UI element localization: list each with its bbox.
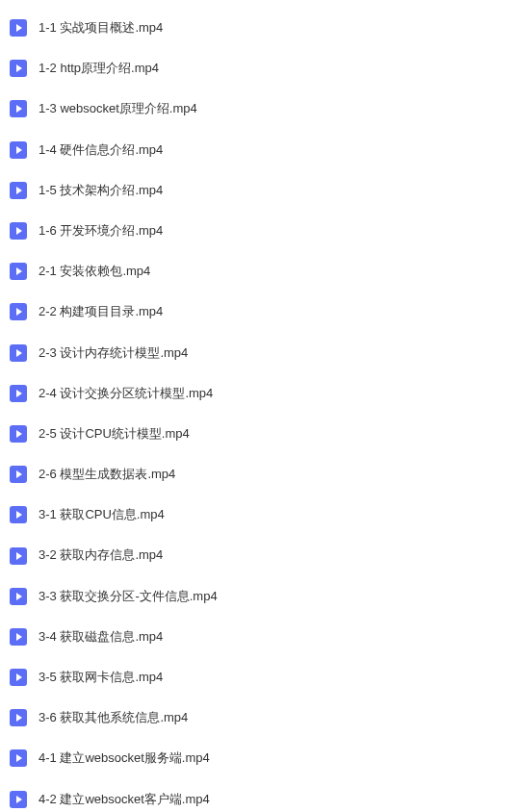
video-play-icon (10, 425, 27, 443)
video-play-icon (10, 749, 27, 767)
file-item[interactable]: 1-1 实战项目概述.mp4 (0, 8, 518, 48)
file-name-label: 3-3 获取交换分区-文件信息.mp4 (39, 588, 218, 605)
video-play-icon (10, 506, 27, 523)
file-name-label: 1-6 开发环境介绍.mp4 (39, 222, 163, 240)
file-name-label: 2-6 模型生成数据表.mp4 (39, 466, 175, 483)
file-name-label: 1-1 实战项目概述.mp4 (39, 19, 163, 37)
file-item[interactable]: 3-2 获取内存信息.mp4 (0, 535, 518, 575)
file-name-label: 1-2 http原理介绍.mp4 (39, 60, 159, 77)
video-play-icon (10, 222, 27, 240)
file-item[interactable]: 1-5 技术架构介绍.mp4 (0, 170, 518, 211)
file-name-label: 2-5 设计CPU统计模型.mp4 (39, 425, 190, 443)
file-item[interactable]: 2-2 构建项目目录.mp4 (0, 292, 518, 332)
file-name-label: 3-1 获取CPU信息.mp4 (39, 506, 165, 523)
file-name-label: 1-5 技术架构介绍.mp4 (39, 182, 163, 199)
file-name-label: 3-6 获取其他系统信息.mp4 (39, 709, 188, 726)
video-play-icon (10, 182, 27, 199)
video-play-icon (10, 709, 27, 726)
video-play-icon (10, 60, 27, 77)
file-item[interactable]: 3-5 获取网卡信息.mp4 (0, 657, 518, 698)
file-name-label: 2-4 设计交换分区统计模型.mp4 (39, 385, 213, 402)
file-name-label: 2-1 安装依赖包.mp4 (39, 263, 150, 280)
file-item[interactable]: 4-2 建立websocket客户端.mp4 (0, 779, 518, 812)
file-list: 1-1 实战项目概述.mp41-2 http原理介绍.mp41-3 websoc… (0, 8, 518, 812)
file-name-label: 1-4 硬件信息介绍.mp4 (39, 141, 163, 159)
file-item[interactable]: 1-6 开发环境介绍.mp4 (0, 211, 518, 251)
video-play-icon (10, 263, 27, 280)
file-item[interactable]: 3-1 获取CPU信息.mp4 (0, 495, 518, 535)
video-play-icon (10, 466, 27, 483)
video-play-icon (10, 628, 27, 646)
file-name-label: 1-3 websocket原理介绍.mp4 (39, 100, 197, 117)
file-item[interactable]: 1-4 硬件信息介绍.mp4 (0, 130, 518, 170)
file-name-label: 3-5 获取网卡信息.mp4 (39, 669, 163, 686)
video-play-icon (10, 141, 27, 159)
file-item[interactable]: 2-1 安装依赖包.mp4 (0, 251, 518, 292)
video-play-icon (10, 100, 27, 117)
file-item[interactable]: 2-5 设计CPU统计模型.mp4 (0, 414, 518, 454)
file-item[interactable]: 3-4 获取磁盘信息.mp4 (0, 617, 518, 657)
video-play-icon (10, 385, 27, 402)
video-play-icon (10, 303, 27, 320)
file-name-label: 4-1 建立websocket服务端.mp4 (39, 749, 210, 767)
file-name-label: 3-2 获取内存信息.mp4 (39, 546, 163, 564)
video-play-icon (10, 547, 27, 565)
video-play-icon (10, 19, 27, 37)
video-play-icon (10, 791, 27, 808)
file-item[interactable]: 3-6 获取其他系统信息.mp4 (0, 698, 518, 738)
file-name-label: 3-4 获取磁盘信息.mp4 (39, 628, 163, 646)
file-item[interactable]: 3-3 获取交换分区-文件信息.mp4 (0, 576, 518, 617)
file-item[interactable]: 2-6 模型生成数据表.mp4 (0, 454, 518, 495)
video-play-icon (10, 344, 27, 362)
file-item[interactable]: 2-4 设计交换分区统计模型.mp4 (0, 373, 518, 414)
file-item[interactable]: 4-1 建立websocket服务端.mp4 (0, 738, 518, 778)
video-play-icon (10, 588, 27, 605)
video-play-icon (10, 669, 27, 686)
file-item[interactable]: 2-3 设计内存统计模型.mp4 (0, 333, 518, 373)
file-name-label: 2-2 构建项目目录.mp4 (39, 303, 163, 320)
file-item[interactable]: 1-2 http原理介绍.mp4 (0, 48, 518, 89)
file-item[interactable]: 1-3 websocket原理介绍.mp4 (0, 89, 518, 129)
file-name-label: 2-3 设计内存统计模型.mp4 (39, 344, 188, 362)
file-name-label: 4-2 建立websocket客户端.mp4 (39, 791, 210, 808)
